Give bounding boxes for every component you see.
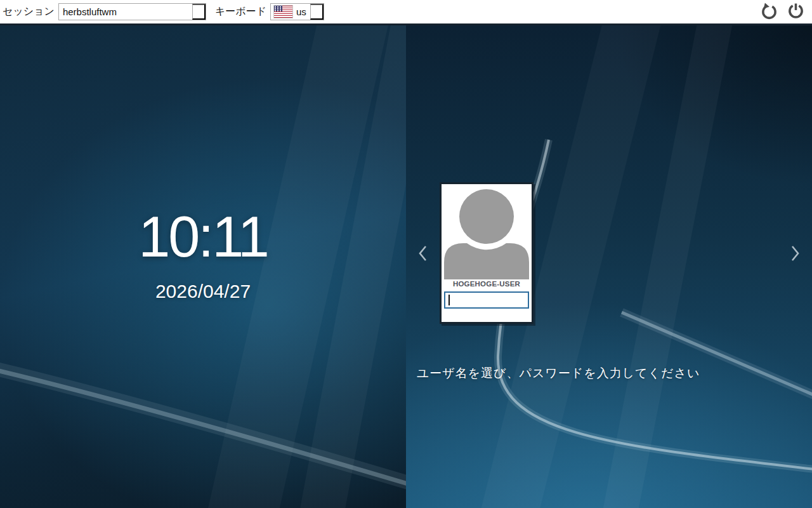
session-combobox[interactable]: herbstluftwm <box>58 3 206 20</box>
user-card[interactable]: HOGEHOGE-USER <box>440 182 534 324</box>
flag-canton <box>274 6 282 11</box>
session-label: セッション <box>3 5 55 18</box>
login-hint-message: ユーザ名を選び、パスワードを入力してください <box>406 365 710 382</box>
password-input[interactable] <box>444 291 529 309</box>
chevron-left-icon <box>416 255 430 265</box>
user-avatar-icon <box>442 184 532 279</box>
keyboard-label: キーボード <box>215 5 266 18</box>
power-button[interactable] <box>785 2 806 22</box>
restart-button[interactable] <box>759 2 779 22</box>
chevron-right-icon <box>788 255 802 265</box>
clock-date: 2026/04/27 <box>44 281 362 302</box>
username-label: HOGEHOGE-USER <box>442 280 532 288</box>
topbar: セッション herbstluftwm キーボード us <box>0 0 812 25</box>
previous-user-button[interactable] <box>416 244 431 264</box>
session-value[interactable]: herbstluftwm <box>59 4 192 20</box>
us-flag-icon <box>274 6 292 18</box>
clock-time: 10:11 <box>44 208 362 265</box>
clock: 10:11 2026/04/27 <box>44 208 362 302</box>
text-caret <box>449 295 450 305</box>
keyboard-value[interactable]: us <box>292 4 310 20</box>
next-user-button[interactable] <box>787 244 802 264</box>
restart-icon <box>761 3 778 22</box>
password-field-wrap <box>444 291 529 309</box>
keyboard-dropdown-button[interactable] <box>310 4 324 20</box>
power-icon <box>787 3 804 22</box>
session-dropdown-button[interactable] <box>192 4 206 20</box>
keyboard-combobox[interactable]: us <box>270 3 324 20</box>
